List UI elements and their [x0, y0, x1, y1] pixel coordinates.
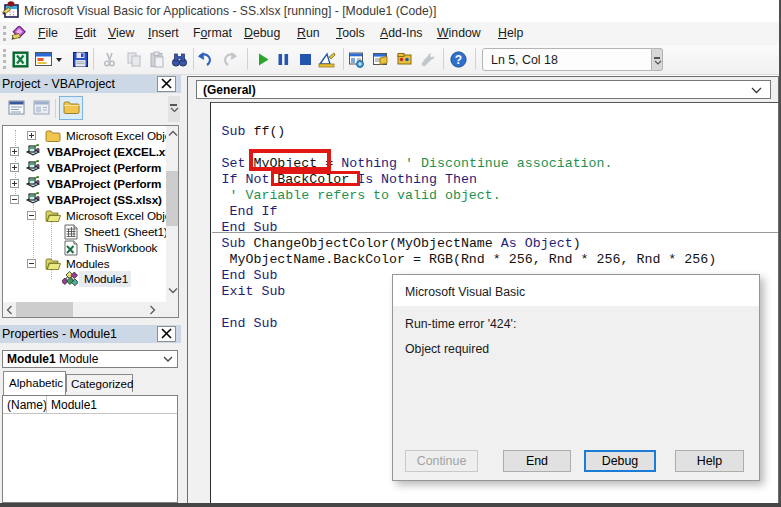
- svg-text:?: ?: [455, 53, 462, 67]
